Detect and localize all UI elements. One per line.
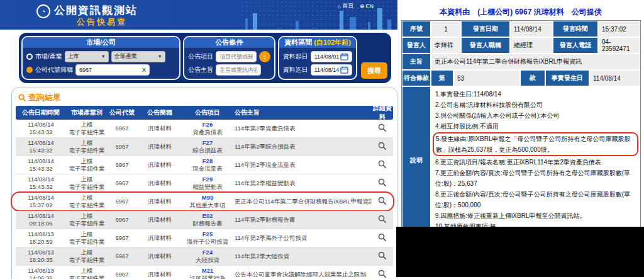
company-name-cell: 汎瑋材料 — [136, 198, 183, 205]
detail-magnifier-icon[interactable] — [378, 270, 387, 278]
detail-magnifier-icon[interactable] — [378, 233, 387, 242]
table-row[interactable]: 114/08/1409:18:06上櫃電子零組件業6967汎瑋材料E02財務報告… — [16, 211, 393, 229]
search-form: 市場/公司 市場/產業 上市 ▼ 全部產業 ▼ — [19, 33, 391, 83]
company-code-radio[interactable] — [26, 67, 33, 73]
detail-link-cell — [372, 233, 393, 244]
announcement-item-cell: F25海外子公司投資 — [183, 231, 232, 246]
globe-icon: ⊕ — [360, 3, 365, 9]
table-row[interactable]: 114/08/1415:43:32上櫃電子零組件業6967汎瑋材料F29權益變動… — [16, 174, 393, 193]
announcement-item-code-link[interactable]: F27 — [183, 139, 232, 147]
screenshot-stage: ◔ 公開資訊觀測站 公告快易查 ⌂ 首頁 ⊕ EN 市場/公司 — [0, 0, 644, 279]
industry-type: 電子零組件業 — [66, 220, 108, 227]
industry-type: 電子零組件業 — [66, 275, 108, 279]
home-icon: ⌂ — [338, 3, 341, 9]
detail-field-value: 04-23592471 — [599, 38, 640, 53]
end-date-label: 資料迄日 — [283, 65, 308, 74]
table-row[interactable]: 114/08/1318:20:59上櫃電子零組件業6967汎瑋材料F25海外子公… — [16, 229, 393, 248]
industry-type: 電子零組件業 — [66, 128, 108, 136]
announcement-subject-input[interactable] — [219, 67, 257, 73]
results-table-header: 公告日期時間市場產業別公司代號公告簡稱公告項目公告主旨詳細資料 — [16, 106, 393, 120]
detail-field-value: 114/08/14 — [590, 71, 640, 86]
announcement-item-code-link[interactable]: M21 — [183, 267, 232, 275]
announcement-item-code-link[interactable]: F28 — [183, 157, 232, 165]
detail-magnifier-icon[interactable] — [378, 160, 387, 169]
results-title-text: 查詢結果 — [28, 92, 61, 103]
market-industry-radio[interactable] — [26, 54, 33, 60]
description-item: 7.更正前金額/內容/頁次:母公司暨子公司所持有之母公司庫藏股股數(單位:股)：… — [435, 168, 637, 189]
company-name-cell: 汎瑋材料 — [136, 179, 183, 187]
end-date-input[interactable] — [314, 67, 341, 73]
announcement-item-code-link[interactable]: E02 — [183, 212, 232, 220]
announcement-item-cell: F27綜合損益表 — [183, 139, 232, 154]
detail-field-value: 53 — [454, 71, 519, 86]
announcement-datetime-cell: 114/08/1415:43:32 — [16, 176, 66, 191]
table-row[interactable]: 114/08/1314:06:36上櫃電子零組件業6967汎瑋材料M21許可競業… — [16, 266, 393, 279]
calendar-icon[interactable] — [340, 53, 348, 60]
double-chevron-down-icon: ⌄⌄ — [262, 54, 267, 59]
industry-select[interactable]: 全部產業 ▼ — [111, 51, 165, 62]
company-name-cell: 汎瑋材料 — [136, 143, 183, 151]
announcement-date: 114/08/13 — [16, 249, 66, 256]
announcement-time: 14:06:36 — [16, 275, 66, 279]
start-date-input[interactable] — [314, 54, 341, 60]
detail-magnifier-icon[interactable] — [378, 142, 387, 151]
detail-magnifier-icon[interactable] — [378, 251, 387, 260]
site-logo: ◔ — [36, 4, 50, 18]
market-select[interactable]: 上市 ▼ — [65, 51, 109, 62]
table-row[interactable]: 114/08/1415:43:32上櫃電子零組件業6967汎瑋材料F26資產負債… — [16, 120, 393, 138]
announcement-item-name: 其他重大事項 — [183, 202, 232, 209]
announcement-item-code-link[interactable]: F29 — [183, 176, 232, 183]
table-row[interactable]: 114/08/1318:20:35上櫃電子零組件業6967汎瑋材料F24大陸投資… — [16, 248, 393, 266]
market-industry-cell: 上櫃電子零組件業 — [66, 267, 108, 279]
announcement-subject-cell: 114年第2季現金流量表 — [232, 161, 372, 169]
table-row[interactable]: 114/08/1415:43:32上櫃電子零組件業6967汎瑋材料F28現金流量… — [16, 156, 393, 174]
detail-link-cell — [372, 178, 393, 189]
announcement-time: 15:43:32 — [16, 147, 66, 154]
detail-table: 序號1發言日期114/08/14發言時間15:37:02發言人李輝祥發言人職稱總… — [401, 20, 641, 235]
home-link[interactable]: ⌂ 首頁 — [338, 2, 353, 10]
detail-magnifier-icon[interactable] — [378, 178, 387, 187]
clear-input-icon[interactable]: X — [142, 67, 146, 73]
detail-field-label: 發言人職稱 — [462, 38, 509, 53]
announcement-item-code-link[interactable]: F25 — [183, 231, 232, 238]
market-type: 上櫃 — [66, 249, 108, 256]
announcement-datetime-cell: 114/08/1415:37:02 — [16, 194, 66, 209]
detail-link-cell — [372, 142, 393, 152]
announcement-time: 18:20:35 — [16, 256, 66, 264]
announcement-item-code-link[interactable]: F26 — [183, 121, 232, 128]
industry-type: 電子零組件業 — [66, 256, 108, 264]
search-button[interactable]: 搜尋 — [361, 62, 387, 79]
announcement-item-name: 許可競業行為 — [183, 275, 232, 279]
announcement-item-code-link[interactable]: F24 — [183, 249, 232, 256]
announcement-item-cell: F26資產負債表 — [183, 121, 232, 136]
industry-type: 電子零組件業 — [66, 183, 108, 191]
expand-options-button[interactable]: ⌄⌄ — [259, 51, 270, 62]
column-header: 公司代號 — [108, 108, 136, 117]
table-row[interactable]: 114/08/1415:37:02上櫃電子零組件業6967汎瑋材料M99其他重大… — [16, 193, 393, 211]
detail-magnifier-icon[interactable] — [378, 123, 387, 132]
site-title: 公開資訊觀測站 — [54, 3, 138, 18]
announcement-item-input[interactable] — [219, 54, 252, 60]
detail-magnifier-icon[interactable] — [378, 196, 387, 205]
announcement-time: 15:43:32 — [16, 128, 66, 136]
announcement-item-cell: E02財務報告書 — [183, 212, 232, 227]
detail-field-label: 第 — [431, 71, 453, 86]
detail-magnifier-icon[interactable] — [378, 215, 387, 224]
home-link-label: 首頁 — [342, 2, 353, 10]
column-header: 公告主旨 — [232, 108, 372, 117]
announcement-time: 18:20:59 — [16, 238, 66, 246]
company-code-input[interactable] — [79, 67, 142, 73]
detail-field-value: 總經理 — [511, 38, 552, 53]
calendar-icon[interactable] — [340, 66, 348, 74]
detail-field-label: 符合條款 — [402, 71, 430, 86]
announcement-datetime-cell: 114/08/1415:43:32 — [16, 139, 66, 154]
language-link[interactable]: ⊕ EN — [360, 3, 374, 9]
table-row[interactable]: 114/08/1415:43:32上櫃電子零組件業6967汎瑋材料F27綜合損益… — [16, 138, 393, 156]
announcement-item-cell: M21許可競業行為 — [183, 267, 232, 279]
announcement-time: 15:43:32 — [16, 165, 66, 173]
column-header: 公告日期時間 — [16, 108, 66, 117]
announcement-date: 114/08/14 — [16, 176, 66, 183]
announcement-subject-cell: 114年第2季大陸投資 — [232, 253, 372, 260]
announcement-item-code-link[interactable]: M99 — [183, 194, 232, 202]
announcement-subject-cell: 114年第2季資產負債表 — [232, 125, 372, 132]
